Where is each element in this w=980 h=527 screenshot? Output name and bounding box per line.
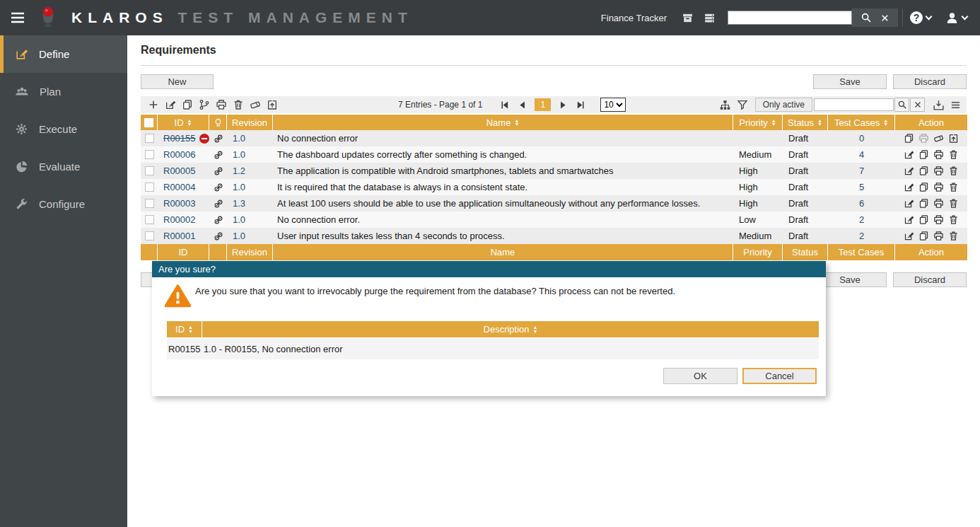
print-icon[interactable] [216,99,227,110]
copy-icon[interactable] [918,231,929,241]
row-checkbox[interactable] [145,199,154,208]
save-button[interactable]: Save [813,74,887,89]
sidebar-item-define[interactable]: Define [0,35,127,73]
test-cases-link[interactable]: 0 [859,133,864,144]
table-row[interactable]: R00001 1.0 User input results takes less… [141,228,967,244]
edit-icon[interactable] [165,99,176,110]
columns-menu-icon[interactable] [950,100,961,110]
revision-link[interactable]: 1.0 [233,231,245,241]
column-header-revision[interactable]: Revision [227,115,273,130]
column-header-priority[interactable]: Priority [733,115,783,130]
copy-icon[interactable] [918,214,929,225]
copy-icon[interactable] [918,182,929,192]
previous-page-icon[interactable] [517,100,527,110]
print-icon[interactable] [933,182,944,192]
page-size-select[interactable]: 10 [600,98,626,112]
edit-icon[interactable] [904,214,914,225]
revision-link[interactable]: 1.3 [233,198,245,209]
copy-icon[interactable] [904,133,914,144]
filter-search-button[interactable] [894,98,909,112]
row-checkbox[interactable] [145,183,154,192]
only-active-button[interactable]: Only active [755,98,812,112]
restore-icon[interactable] [267,99,278,110]
server-icon[interactable] [704,12,716,24]
discard-button[interactable]: Discard [893,272,967,287]
first-page-icon[interactable] [499,100,510,110]
requirement-id-link[interactable]: R00155 [163,133,196,144]
sidebar-item-execute[interactable]: Execute [0,110,127,148]
dialog-column-description[interactable]: Description [202,321,819,337]
copy-icon[interactable] [182,99,193,110]
print-icon[interactable] [933,149,944,160]
table-filter-input[interactable] [814,98,894,111]
trash-icon[interactable] [948,166,959,176]
edit-icon[interactable] [904,231,914,241]
next-page-icon[interactable] [558,100,568,110]
discard-button[interactable]: Discard [893,74,967,89]
eraser-icon[interactable] [933,133,944,144]
revision-link[interactable]: 1.0 [233,182,245,192]
edit-icon[interactable] [904,166,914,176]
test-cases-link[interactable]: 5 [859,182,864,192]
revision-link[interactable]: 1.0 [233,133,245,144]
trash-icon[interactable] [233,99,244,110]
search-icon[interactable] [861,12,872,23]
sidebar-item-configure[interactable]: Configure [0,185,127,223]
current-page[interactable]: 1 [535,98,551,111]
revision-link[interactable]: 1.2 [233,166,245,176]
project-name[interactable]: Finance Tracker [601,13,667,23]
export-icon[interactable] [933,99,945,111]
filter-icon[interactable] [737,99,748,110]
test-cases-link[interactable]: 4 [859,149,864,160]
column-header-idea[interactable] [209,115,227,130]
last-page-icon[interactable] [576,100,586,110]
select-all-checkbox[interactable] [144,118,153,127]
test-cases-link[interactable]: 7 [859,166,864,176]
column-header-name[interactable]: Name [273,115,733,130]
edit-icon[interactable] [904,182,914,192]
new-button[interactable]: New [141,74,214,89]
trash-icon[interactable] [948,149,959,160]
requirement-id-link[interactable]: R00002 [163,214,196,225]
print-icon[interactable] [933,214,944,225]
requirement-id-link[interactable]: R00003 [163,198,196,209]
global-search-input[interactable] [728,11,852,25]
restore-icon[interactable] [948,133,959,144]
test-cases-link[interactable]: 6 [859,198,864,209]
copy-icon[interactable] [918,149,929,160]
sitemap-icon[interactable] [719,99,731,111]
requirement-id-link[interactable]: R00004 [163,182,196,192]
row-checkbox[interactable] [145,215,154,224]
dialog-column-id[interactable]: ID [167,321,202,337]
column-header-status[interactable]: Status [783,115,828,130]
ok-button[interactable]: OK [663,368,737,384]
table-row[interactable]: R00155 1.0 No connection error Draft 0 [141,130,967,146]
test-cases-link[interactable]: 2 [859,214,864,225]
edit-icon[interactable] [904,149,914,160]
print-icon[interactable] [918,133,929,144]
row-checkbox[interactable] [145,134,154,143]
sidebar-item-evaluate[interactable]: Evaluate [0,148,127,185]
column-header-id[interactable]: ID [158,115,209,130]
copy-icon[interactable] [918,198,929,209]
trash-icon[interactable] [948,231,959,241]
revision-link[interactable]: 1.0 [233,149,245,160]
eraser-icon[interactable] [250,99,261,110]
test-cases-link[interactable]: 2 [859,231,864,241]
edit-icon[interactable] [904,198,914,209]
filter-clear-button[interactable] [910,98,925,112]
archive-icon[interactable] [682,12,694,24]
chevron-down-icon[interactable] [926,13,933,20]
help-icon[interactable] [910,11,923,24]
table-row[interactable]: R00006 1.0 The dashboard updates correct… [141,146,967,163]
row-checkbox[interactable] [145,231,154,241]
menu-icon[interactable] [9,9,26,26]
trash-icon[interactable] [948,214,959,225]
requirement-id-link[interactable]: R00006 [163,149,196,160]
table-row[interactable]: R00005 1.2 The application is compatible… [141,163,967,179]
clear-search-icon[interactable] [880,13,889,23]
trash-icon[interactable] [948,198,959,209]
add-icon[interactable] [148,99,159,110]
branch-icon[interactable] [199,99,210,110]
trash-icon[interactable] [948,182,959,192]
